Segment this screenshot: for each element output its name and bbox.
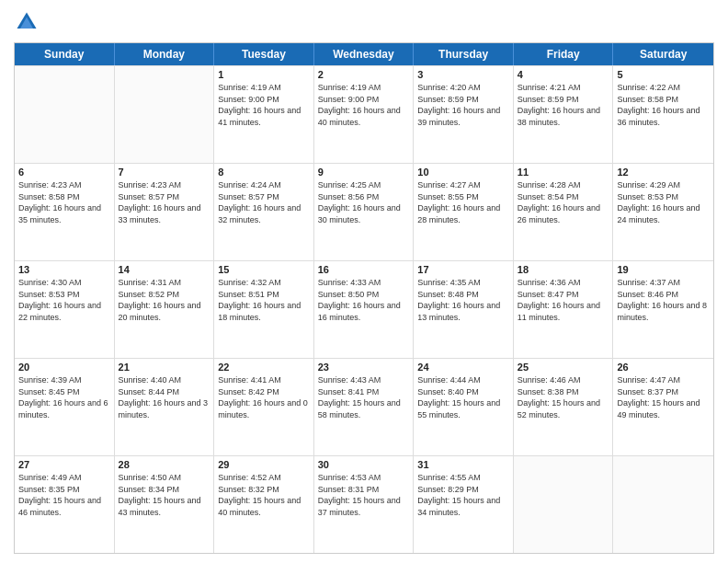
cell-info: Sunrise: 4:25 AM Sunset: 8:56 PM Dayligh… [318, 179, 410, 225]
day-number: 5 [617, 69, 710, 80]
calendar-cell [514, 456, 614, 553]
calendar-cell: 19Sunrise: 4:37 AM Sunset: 8:46 PM Dayli… [613, 261, 713, 358]
day-number: 4 [518, 69, 609, 80]
calendar-cell: 24Sunrise: 4:44 AM Sunset: 8:40 PM Dayli… [414, 359, 514, 455]
calendar-cell: 30Sunrise: 4:53 AM Sunset: 8:31 PM Dayli… [314, 456, 415, 553]
cell-info: Sunrise: 4:33 AM Sunset: 8:50 PM Dayligh… [318, 277, 410, 323]
cell-info: Sunrise: 4:36 AM Sunset: 8:47 PM Dayligh… [518, 277, 609, 323]
day-number: 8 [218, 167, 310, 178]
cell-info: Sunrise: 4:49 AM Sunset: 8:35 PM Dayligh… [18, 472, 110, 518]
calendar-cell: 5Sunrise: 4:22 AM Sunset: 8:58 PM Daylig… [613, 66, 713, 163]
cell-info: Sunrise: 4:43 AM Sunset: 8:41 PM Dayligh… [318, 374, 410, 420]
calendar-cell: 26Sunrise: 4:47 AM Sunset: 8:37 PM Dayli… [613, 359, 713, 455]
day-number: 18 [518, 264, 609, 275]
day-number: 7 [119, 167, 210, 178]
day-number: 6 [18, 167, 110, 178]
cell-info: Sunrise: 4:30 AM Sunset: 8:53 PM Dayligh… [18, 277, 110, 323]
calendar-row-4: 20Sunrise: 4:39 AM Sunset: 8:45 PM Dayli… [15, 358, 713, 455]
calendar-cell [115, 66, 215, 163]
calendar-cell: 18Sunrise: 4:36 AM Sunset: 8:47 PM Dayli… [514, 261, 614, 358]
calendar-cell: 2Sunrise: 4:19 AM Sunset: 9:00 PM Daylig… [314, 66, 415, 163]
day-number: 19 [617, 264, 710, 275]
day-number: 23 [318, 362, 410, 373]
day-number: 20 [18, 362, 110, 373]
calendar-cell: 8Sunrise: 4:24 AM Sunset: 8:57 PM Daylig… [214, 164, 314, 260]
calendar-cell: 1Sunrise: 4:19 AM Sunset: 9:00 PM Daylig… [214, 66, 314, 163]
calendar-cell: 11Sunrise: 4:28 AM Sunset: 8:54 PM Dayli… [514, 164, 614, 260]
cell-info: Sunrise: 4:31 AM Sunset: 8:52 PM Dayligh… [119, 277, 210, 323]
cell-info: Sunrise: 4:40 AM Sunset: 8:44 PM Dayligh… [119, 374, 210, 420]
calendar-row-2: 6Sunrise: 4:23 AM Sunset: 8:58 PM Daylig… [15, 163, 713, 260]
cell-info: Sunrise: 4:29 AM Sunset: 8:53 PM Dayligh… [617, 179, 710, 225]
calendar-cell: 31Sunrise: 4:55 AM Sunset: 8:29 PM Dayli… [414, 456, 514, 553]
day-number: 9 [318, 167, 410, 178]
day-number: 13 [18, 264, 110, 275]
cell-info: Sunrise: 4:47 AM Sunset: 8:37 PM Dayligh… [617, 374, 710, 420]
cell-info: Sunrise: 4:32 AM Sunset: 8:51 PM Dayligh… [218, 277, 310, 323]
cell-info: Sunrise: 4:27 AM Sunset: 8:55 PM Dayligh… [417, 179, 509, 225]
calendar-cell [15, 66, 115, 163]
cell-info: Sunrise: 4:46 AM Sunset: 8:38 PM Dayligh… [518, 374, 609, 420]
cell-info: Sunrise: 4:35 AM Sunset: 8:48 PM Dayligh… [417, 277, 509, 323]
calendar-cell: 3Sunrise: 4:20 AM Sunset: 8:59 PM Daylig… [414, 66, 514, 163]
day-header-friday: Friday [514, 43, 614, 65]
cell-info: Sunrise: 4:50 AM Sunset: 8:34 PM Dayligh… [119, 472, 210, 518]
calendar: SundayMondayTuesdayWednesdayThursdayFrid… [14, 42, 714, 554]
day-number: 3 [417, 69, 509, 80]
calendar-cell: 9Sunrise: 4:25 AM Sunset: 8:56 PM Daylig… [314, 164, 415, 260]
cell-info: Sunrise: 4:37 AM Sunset: 8:46 PM Dayligh… [617, 277, 710, 323]
day-number: 12 [617, 167, 710, 178]
calendar-cell: 25Sunrise: 4:46 AM Sunset: 8:38 PM Dayli… [514, 359, 614, 455]
calendar-cell: 7Sunrise: 4:23 AM Sunset: 8:57 PM Daylig… [115, 164, 215, 260]
day-header-sunday: Sunday [15, 43, 115, 65]
day-number: 27 [18, 459, 110, 470]
cell-info: Sunrise: 4:19 AM Sunset: 9:00 PM Dayligh… [318, 82, 410, 128]
calendar-cell: 6Sunrise: 4:23 AM Sunset: 8:58 PM Daylig… [15, 164, 115, 260]
day-number: 16 [318, 264, 410, 275]
logo [14, 9, 43, 35]
calendar-row-1: 1Sunrise: 4:19 AM Sunset: 9:00 PM Daylig… [15, 65, 713, 163]
day-number: 22 [218, 362, 310, 373]
cell-info: Sunrise: 4:22 AM Sunset: 8:58 PM Dayligh… [617, 82, 710, 128]
day-number: 11 [518, 167, 609, 178]
calendar-body: 1Sunrise: 4:19 AM Sunset: 9:00 PM Daylig… [15, 65, 713, 553]
cell-info: Sunrise: 4:23 AM Sunset: 8:58 PM Dayligh… [18, 179, 110, 225]
cell-info: Sunrise: 4:21 AM Sunset: 8:59 PM Dayligh… [518, 82, 609, 128]
cell-info: Sunrise: 4:53 AM Sunset: 8:31 PM Dayligh… [318, 472, 410, 518]
day-number: 26 [617, 362, 710, 373]
calendar-cell: 13Sunrise: 4:30 AM Sunset: 8:53 PM Dayli… [15, 261, 115, 358]
cell-info: Sunrise: 4:52 AM Sunset: 8:32 PM Dayligh… [218, 472, 310, 518]
calendar-row-3: 13Sunrise: 4:30 AM Sunset: 8:53 PM Dayli… [15, 260, 713, 358]
day-number: 14 [119, 264, 210, 275]
page: SundayMondayTuesdayWednesdayThursdayFrid… [0, 0, 728, 563]
day-header-tuesday: Tuesday [214, 43, 314, 65]
day-number: 28 [119, 459, 210, 470]
cell-info: Sunrise: 4:20 AM Sunset: 8:59 PM Dayligh… [417, 82, 509, 128]
day-header-monday: Monday [115, 43, 215, 65]
calendar-cell: 22Sunrise: 4:41 AM Sunset: 8:42 PM Dayli… [214, 359, 314, 455]
cell-info: Sunrise: 4:55 AM Sunset: 8:29 PM Dayligh… [417, 472, 509, 518]
day-number: 29 [218, 459, 310, 470]
calendar-header: SundayMondayTuesdayWednesdayThursdayFrid… [15, 43, 713, 65]
day-number: 30 [318, 459, 410, 470]
cell-info: Sunrise: 4:28 AM Sunset: 8:54 PM Dayligh… [518, 179, 609, 225]
cell-info: Sunrise: 4:23 AM Sunset: 8:57 PM Dayligh… [119, 179, 210, 225]
calendar-cell: 23Sunrise: 4:43 AM Sunset: 8:41 PM Dayli… [314, 359, 415, 455]
calendar-cell: 4Sunrise: 4:21 AM Sunset: 8:59 PM Daylig… [514, 66, 614, 163]
cell-info: Sunrise: 4:44 AM Sunset: 8:40 PM Dayligh… [417, 374, 509, 420]
day-number: 31 [417, 459, 509, 470]
calendar-row-5: 27Sunrise: 4:49 AM Sunset: 8:35 PM Dayli… [15, 455, 713, 553]
calendar-cell: 15Sunrise: 4:32 AM Sunset: 8:51 PM Dayli… [214, 261, 314, 358]
header [14, 9, 714, 35]
calendar-cell [613, 456, 713, 553]
calendar-cell: 27Sunrise: 4:49 AM Sunset: 8:35 PM Dayli… [15, 456, 115, 553]
calendar-cell: 14Sunrise: 4:31 AM Sunset: 8:52 PM Dayli… [115, 261, 215, 358]
day-number: 10 [417, 167, 509, 178]
calendar-cell: 29Sunrise: 4:52 AM Sunset: 8:32 PM Dayli… [214, 456, 314, 553]
day-number: 25 [518, 362, 609, 373]
day-number: 1 [218, 69, 310, 80]
calendar-cell: 28Sunrise: 4:50 AM Sunset: 8:34 PM Dayli… [115, 456, 215, 553]
day-number: 15 [218, 264, 310, 275]
cell-info: Sunrise: 4:39 AM Sunset: 8:45 PM Dayligh… [18, 374, 110, 420]
cell-info: Sunrise: 4:41 AM Sunset: 8:42 PM Dayligh… [218, 374, 310, 420]
